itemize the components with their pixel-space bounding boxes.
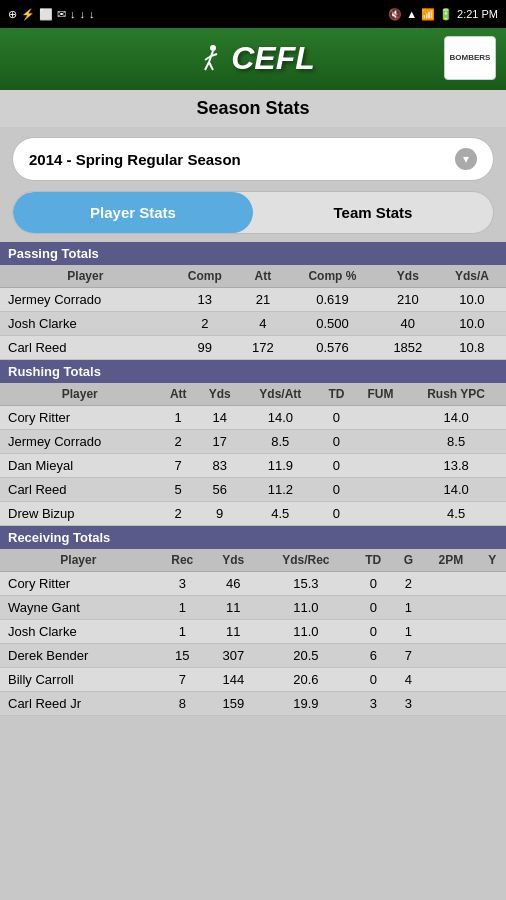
table-row: Billy Carroll 7 144 20.6 0 4 xyxy=(0,668,506,692)
rushing-fum xyxy=(355,454,407,478)
passing-ydsa: 10.0 xyxy=(438,288,506,312)
passing-comp: 2 xyxy=(171,312,239,336)
table-row: Carl Reed 5 56 11.2 0 14.0 xyxy=(0,478,506,502)
logo-area: CEFL xyxy=(62,40,444,77)
page-title: Season Stats xyxy=(0,90,506,127)
rushing-td: 0 xyxy=(318,454,354,478)
rushing-yds: 17 xyxy=(197,430,243,454)
passing-totals-header-row: Player Comp Att Comp % Yds Yds/A xyxy=(0,265,506,288)
receiving-td: 0 xyxy=(353,596,394,620)
receiving-rec: 3 xyxy=(157,572,208,596)
table-row: Wayne Gant 1 11 11.0 0 1 xyxy=(0,596,506,620)
receiving-col-player: Player xyxy=(0,549,157,572)
passing-comp: 99 xyxy=(171,336,239,360)
receiving-col-2pm: 2PM xyxy=(423,549,479,572)
rushing-fum xyxy=(355,430,407,454)
table-row: Jermey Corrado 2 17 8.5 0 8.5 xyxy=(0,430,506,454)
table-row: Carl Reed 99 172 0.576 1852 10.8 xyxy=(0,336,506,360)
receiving-g: 2 xyxy=(394,572,423,596)
rushing-yds: 83 xyxy=(197,454,243,478)
passing-comppct: 0.500 xyxy=(287,312,378,336)
receiving-player-name: Cory Ritter xyxy=(0,572,157,596)
rushing-player-name: Jermey Corrado xyxy=(0,430,160,454)
rushing-col-ydsatt: Yds/Att xyxy=(242,383,318,406)
rushing-col-fum: FUM xyxy=(355,383,407,406)
receiving-2pm xyxy=(423,668,479,692)
receiving-yds: 159 xyxy=(208,692,259,716)
season-label: 2014 - Spring Regular Season xyxy=(29,151,241,168)
rushing-player-name: Cory Ritter xyxy=(0,406,160,430)
svg-line-3 xyxy=(209,62,213,70)
receiving-rec: 1 xyxy=(157,596,208,620)
receiving-yds: 307 xyxy=(208,644,259,668)
app-header: CEFL BOMBERS xyxy=(0,28,506,90)
rushing-td: 0 xyxy=(318,502,354,526)
add-icon: ⊕ xyxy=(8,8,17,21)
receiving-ydsrec: 11.0 xyxy=(259,620,353,644)
receiving-2pm xyxy=(423,596,479,620)
passing-col-player: Player xyxy=(0,265,171,288)
cefl-runner-icon xyxy=(191,40,227,76)
rushing-yds: 56 xyxy=(197,478,243,502)
rushing-totals-table: Player Att Yds Yds/Att TD FUM Rush YPC C… xyxy=(0,383,506,526)
receiving-totals-header-row: Player Rec Yds Yds/Rec TD G 2PM Y xyxy=(0,549,506,572)
status-bar: ⊕ ⚡ ⬜ ✉ ↓ ↓ ↓ 🔇 ▲ 📶 🔋 2:21 PM xyxy=(0,0,506,28)
receiving-ydsrec: 20.5 xyxy=(259,644,353,668)
player-stats-label: Player Stats xyxy=(90,204,176,221)
receiving-y xyxy=(479,596,506,620)
receiving-y xyxy=(479,668,506,692)
rushing-att: 7 xyxy=(160,454,197,478)
passing-totals-header: Passing Totals xyxy=(0,242,506,265)
receiving-g: 7 xyxy=(394,644,423,668)
rushing-td: 0 xyxy=(318,406,354,430)
receiving-player-name: Josh Clarke xyxy=(0,620,157,644)
passing-player-name: Carl Reed xyxy=(0,336,171,360)
receiving-g: 3 xyxy=(394,692,423,716)
rushing-ydsatt: 11.2 xyxy=(242,478,318,502)
passing-col-yds: Yds xyxy=(378,265,438,288)
passing-yds: 1852 xyxy=(378,336,438,360)
rushing-td: 0 xyxy=(318,430,354,454)
receiving-2pm xyxy=(423,692,479,716)
rushing-ydsatt: 14.0 xyxy=(242,406,318,430)
table-row: Carl Reed Jr 8 159 19.9 3 3 xyxy=(0,692,506,716)
passing-att: 21 xyxy=(239,288,287,312)
team-stats-label: Team Stats xyxy=(334,204,413,221)
chevron-down-icon[interactable]: ▾ xyxy=(455,148,477,170)
tab-player-stats[interactable]: Player Stats xyxy=(13,192,253,233)
mail-icon: ✉ xyxy=(57,8,66,21)
rushing-ypc: 14.0 xyxy=(406,478,506,502)
rushing-col-td: TD xyxy=(318,383,354,406)
receiving-totals-table: Player Rec Yds Yds/Rec TD G 2PM Y Cory R… xyxy=(0,549,506,716)
passing-ydsa: 10.0 xyxy=(438,312,506,336)
rushing-fum xyxy=(355,502,407,526)
receiving-2pm xyxy=(423,572,479,596)
receiving-ydsrec: 11.0 xyxy=(259,596,353,620)
receiving-rec: 8 xyxy=(157,692,208,716)
rushing-player-name: Drew Bizup xyxy=(0,502,160,526)
receiving-yds: 11 xyxy=(208,620,259,644)
tab-team-stats[interactable]: Team Stats xyxy=(253,192,493,233)
table-row: Dan Mieyal 7 83 11.9 0 13.8 xyxy=(0,454,506,478)
team-badge[interactable]: BOMBERS xyxy=(444,36,496,80)
receiving-player-name: Derek Bender xyxy=(0,644,157,668)
download-icon: ↓ xyxy=(70,8,76,20)
receiving-td: 0 xyxy=(353,572,394,596)
rushing-fum xyxy=(355,406,407,430)
status-icons-right: 🔇 ▲ 📶 🔋 2:21 PM xyxy=(388,8,498,21)
receiving-rec: 7 xyxy=(157,668,208,692)
passing-player-name: Josh Clarke xyxy=(0,312,171,336)
receiving-yds: 46 xyxy=(208,572,259,596)
passing-col-comp: Comp xyxy=(171,265,239,288)
passing-col-att: Att xyxy=(239,265,287,288)
screen-icon: ⬜ xyxy=(39,8,53,21)
season-selector[interactable]: 2014 - Spring Regular Season ▾ xyxy=(12,137,494,181)
receiving-y xyxy=(479,572,506,596)
rushing-ydsatt: 4.5 xyxy=(242,502,318,526)
rushing-col-ypc: Rush YPC xyxy=(406,383,506,406)
rushing-fum xyxy=(355,478,407,502)
rushing-att: 5 xyxy=(160,478,197,502)
receiving-player-name: Billy Carroll xyxy=(0,668,157,692)
receiving-col-g: G xyxy=(394,549,423,572)
rushing-ydsatt: 11.9 xyxy=(242,454,318,478)
